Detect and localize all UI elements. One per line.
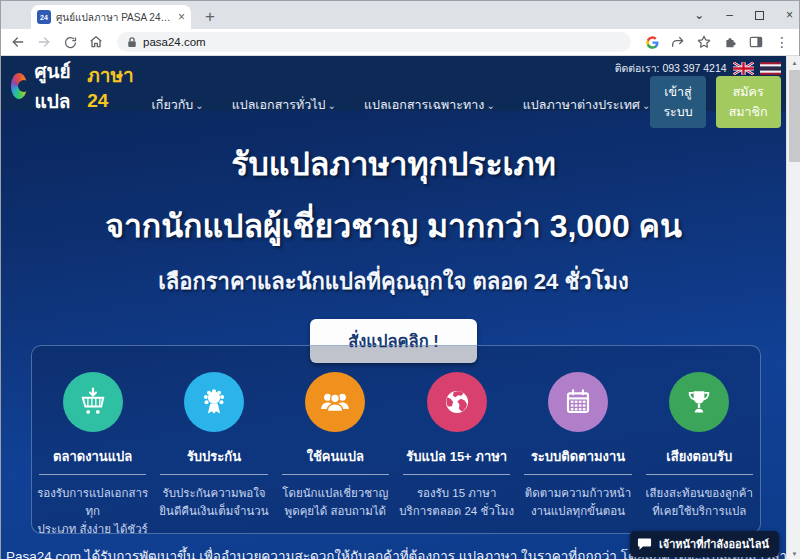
feature-marketplace: ตลาดงานแปล รองรับการแปลเอกสารทุกประเภท ส… — [32, 372, 153, 533]
scroll-up-icon[interactable]: ▲ — [787, 56, 800, 69]
browser-menu-kebab-icon[interactable]: ⋮ — [773, 33, 791, 51]
people-icon — [305, 372, 365, 432]
share-icon[interactable] — [669, 33, 687, 51]
page-viewport: ศูนย์แปล ภาษา 24 ติดต่อเรา: 093 397 4214 — [1, 56, 786, 559]
feature-human-translators: ใช้คนแปล โดยนักแปลเชี่ยวชาญพูดคุยได้ สอบ… — [275, 372, 396, 533]
maximize-icon[interactable] — [755, 11, 764, 20]
bookmark-star-icon[interactable] — [695, 33, 713, 51]
contact-row: ติดต่อเรา: 093 397 4214 — [134, 56, 781, 76]
scrollbar-thumb[interactable] — [789, 70, 800, 162]
tab-strip: 24 ศูนย์แปลภาษา PASA 24 บริการแปล... × +… — [1, 1, 799, 29]
extensions-puzzle-icon[interactable] — [721, 33, 739, 51]
divider — [39, 474, 146, 475]
feature-feedback: เสียงตอบรับ เสียงสะท้อนของลูกค้าที่เคยใช… — [639, 372, 760, 533]
features-panel: ตลาดงานแปล รองรับการแปลเอกสารทุกประเภท ส… — [31, 345, 761, 534]
close-window-icon[interactable]: × — [786, 8, 793, 22]
back-icon[interactable] — [9, 33, 27, 51]
hero-headline-1: รับแปลภาษาทุกประเภท — [1, 138, 786, 189]
chat-status-label: เจ้าหน้าที่กำลังออนไลน์ — [659, 535, 769, 553]
feature-tracking: ระบบติดตามงาน ติดตามความก้าวหน้างานแปลทุ… — [517, 372, 638, 533]
divider — [524, 474, 631, 475]
chevron-down-icon: ⌄ — [328, 100, 336, 111]
hero-headline-2: จากนักแปลผู้เชี่ยวชาญ มากกว่า 3,000 คน — [1, 200, 786, 251]
cart-icon — [63, 372, 123, 432]
chevron-down-icon: ⌄ — [642, 100, 650, 111]
divider — [403, 474, 510, 475]
calendar-icon — [548, 372, 608, 432]
scroll-down-icon[interactable]: ▼ — [787, 547, 800, 559]
globe-icon — [427, 372, 487, 432]
browser-toolbar: pasa24.com ⋮ — [1, 29, 799, 56]
chevron-down-icon: ⌄ — [486, 100, 494, 111]
divider — [160, 474, 267, 475]
page-scrollbar[interactable]: ▲ ▼ — [786, 56, 800, 559]
forward-icon[interactable] — [35, 33, 53, 51]
hero-subheadline: เลือกราคาและนักแปลที่คุณถูกใจ ตลอด 24 ชั… — [1, 264, 786, 299]
site-favicon: 24 — [37, 10, 51, 24]
site-logo[interactable]: ศูนย์แปล ภาษา 24 — [11, 56, 134, 111]
google-account-icon[interactable] — [643, 33, 661, 51]
tab-search-icon[interactable]: ⌄ — [694, 8, 704, 22]
browser-tab[interactable]: 24 ศูนย์แปลภาษา PASA 24 บริการแปล... × — [31, 5, 191, 29]
tab-title: ศูนย์แปลภาษา PASA 24 บริการแปล... — [56, 10, 173, 25]
chat-widget[interactable]: เจ้าหน้าที่กำลังออนไลน์ — [630, 531, 779, 557]
medal-icon — [184, 372, 244, 432]
chevron-down-icon: ⌄ — [195, 100, 203, 111]
divider — [282, 474, 389, 475]
close-tab-icon[interactable]: × — [178, 11, 185, 23]
trophy-icon — [669, 372, 729, 432]
reload-icon[interactable] — [61, 33, 79, 51]
thai-flag-icon[interactable] — [760, 62, 781, 75]
logo-swirl-icon — [11, 73, 27, 99]
lock-icon — [127, 36, 137, 48]
logo-text-accent: ภาษา 24 — [87, 60, 133, 112]
chat-bubble-icon — [637, 537, 652, 551]
site-navbar: ศูนย์แปล ภาษา 24 ติดต่อเรา: 093 397 4214 — [1, 56, 786, 111]
hero-section: รับแปลภาษาทุกประเภท จากนักแปลผู้เชี่ยวชา… — [1, 111, 786, 363]
feature-languages: รับแปล 15+ ภาษา รองรับ 15 ภาษาบริการตลอด… — [396, 372, 517, 533]
logo-text-primary: ศูนย์แปล — [34, 56, 80, 116]
browser-window: 24 ศูนย์แปลภาษา PASA 24 บริการแปล... × +… — [0, 0, 800, 559]
url-text: pasa24.com — [143, 36, 206, 48]
home-icon[interactable] — [87, 33, 105, 51]
feature-guarantee: รับประกัน รับประกันความพอใจยินดีคืนเงินเ… — [153, 372, 274, 533]
window-controls: ⌄ – × — [694, 1, 793, 29]
address-bar[interactable]: pasa24.com — [117, 32, 631, 52]
divider — [646, 474, 753, 475]
new-tab-button[interactable]: + — [199, 6, 221, 28]
uk-flag-icon[interactable] — [733, 62, 754, 75]
minimize-icon[interactable]: – — [726, 8, 733, 22]
contact-phone: ติดต่อเรา: 093 397 4214 — [615, 60, 727, 77]
side-panel-icon[interactable] — [747, 33, 765, 51]
